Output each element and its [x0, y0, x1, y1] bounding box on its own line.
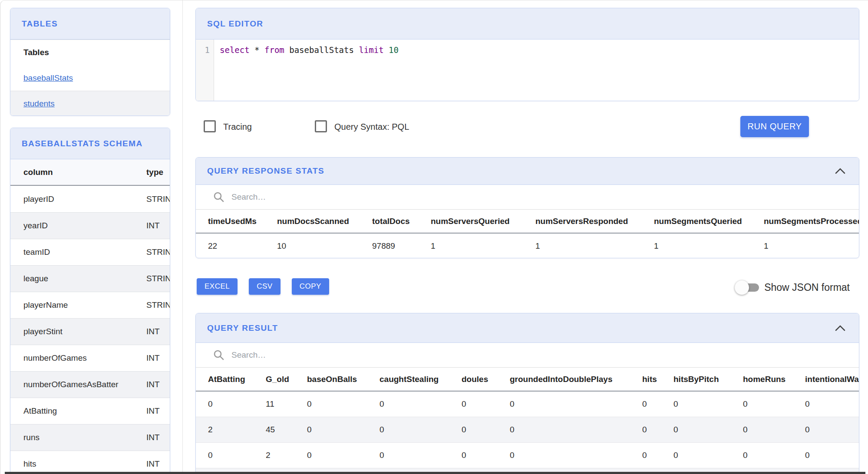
- table-cell: 0: [673, 391, 743, 417]
- schema-panel-title: BASEBALLSTATS SCHEMA: [22, 139, 143, 148]
- table-row: 2210978891111: [196, 233, 859, 258]
- table-cell: 1: [431, 233, 535, 258]
- column-header[interactable]: baseOnBalls: [307, 368, 380, 391]
- table-cell: 97889: [372, 233, 431, 258]
- table-cell: 0: [462, 417, 510, 442]
- column-header[interactable]: numServersResponded: [535, 210, 654, 233]
- column-header[interactable]: AtBatting: [196, 368, 266, 391]
- schema-column-type: INT: [146, 327, 160, 336]
- table-cell: 0: [462, 442, 510, 468]
- table-cell: 0: [743, 417, 805, 442]
- column-header[interactable]: numServersQueried: [431, 210, 535, 233]
- sql-editor[interactable]: 1 select * from baseballStats limit 10: [196, 40, 859, 101]
- table-cell: 0: [380, 442, 462, 468]
- result-search-row: [196, 343, 859, 368]
- stats-table: timeUsedMsnumDocsScannedtotalDocsnumServ…: [196, 210, 859, 258]
- schema-column-type: STRING: [146, 274, 170, 283]
- schema-row: playerStintINT: [10, 318, 170, 345]
- sql-token: limit: [359, 45, 383, 55]
- export-bar: EXCELCSVCOPY Show JSON format: [197, 278, 859, 299]
- json-format-toggle[interactable]: [736, 279, 758, 296]
- schema-row: playerIDSTRING: [10, 186, 170, 212]
- schema-row: hitsINT: [10, 451, 170, 474]
- schema-row: leagueSTRING: [10, 265, 170, 292]
- column-header[interactable]: homeRuns: [743, 368, 805, 391]
- sql-editor-panel: SQL EDITOR 1 select * from baseballStats…: [195, 8, 859, 101]
- column-header[interactable]: hits: [642, 368, 673, 391]
- table-cell: 0: [642, 417, 673, 442]
- search-icon: [213, 191, 224, 203]
- table-cell: 0: [673, 442, 743, 468]
- stats-panel-header: QUERY RESPONSE STATS: [196, 158, 859, 185]
- table-row: 24500000000: [196, 417, 859, 442]
- stats-search-input[interactable]: [231, 192, 492, 202]
- run-query-button[interactable]: RUN QUERY: [740, 116, 809, 137]
- table-link[interactable]: baseballStats: [23, 73, 73, 83]
- window-bottom-edge: [5, 472, 865, 474]
- excel-export-button[interactable]: EXCEL: [197, 278, 238, 295]
- schema-column-type: INT: [146, 406, 160, 416]
- schema-column-type: STRING: [146, 300, 170, 310]
- schema-rows: playerIDSTRINGyearIDINTteamIDSTRINGleagu…: [10, 186, 170, 474]
- column-header[interactable]: numSegmentsQueried: [654, 210, 764, 233]
- schema-column-type: INT: [146, 221, 160, 230]
- tables-panel-title: TABLES: [22, 19, 58, 29]
- tables-list-header-row: Tables: [10, 40, 170, 65]
- sql-token: [384, 45, 389, 55]
- column-header[interactable]: doules: [462, 368, 510, 391]
- schema-column-type: STRING: [146, 247, 170, 257]
- sql-token: baseballStats: [289, 45, 354, 55]
- column-header[interactable]: timeUsedMs: [196, 210, 277, 233]
- table-cell: 0: [805, 391, 859, 417]
- tables-list: baseballStatsstudents: [10, 65, 170, 116]
- table-cell: 0: [805, 442, 859, 468]
- table-cell: 10: [277, 233, 372, 258]
- schema-column-type: STRING: [146, 194, 170, 204]
- sql-query-text[interactable]: select * from baseballStats limit 10: [214, 40, 399, 101]
- result-panel-title: QUERY RESULT: [207, 323, 278, 333]
- result-panel-header: QUERY RESULT: [196, 313, 859, 343]
- collapse-chevron-icon[interactable]: [833, 322, 848, 334]
- toggle-thumb: [735, 280, 749, 295]
- column-header[interactable]: numDocsScanned: [277, 210, 372, 233]
- table-cell: 0: [462, 391, 510, 417]
- tracing-checkbox[interactable]: [204, 120, 216, 132]
- schema-column-name: playerStint: [23, 327, 146, 336]
- pql-syntax-checkbox[interactable]: [315, 120, 327, 132]
- table-cell: 0: [307, 417, 380, 442]
- sidebar-divider: [182, 0, 183, 474]
- result-search-input[interactable]: [231, 350, 492, 360]
- column-header[interactable]: numSegmentsProcessed: [764, 210, 859, 233]
- table-link[interactable]: students: [23, 99, 55, 109]
- column-header[interactable]: groundedIntoDoublePlays: [510, 368, 642, 391]
- collapse-chevron-icon[interactable]: [833, 165, 848, 177]
- stats-search-row: [196, 185, 859, 210]
- schema-row: runsINT: [10, 424, 170, 451]
- table-cell: 0: [673, 417, 743, 442]
- table-row: 0200000000: [196, 442, 859, 468]
- table-cell: 1: [764, 233, 859, 258]
- column-header[interactable]: caughtStealing: [380, 368, 462, 391]
- tables-panel-header: TABLES: [10, 8, 170, 40]
- sql-token: [354, 45, 359, 55]
- column-header[interactable]: hitsByPitch: [673, 368, 743, 391]
- schema-row: numberOfGamesAsBatterINT: [10, 371, 170, 398]
- csv-export-button[interactable]: CSV: [249, 278, 280, 295]
- copy-export-button[interactable]: COPY: [292, 278, 329, 295]
- column-header[interactable]: intentionalWalks: [805, 368, 859, 391]
- result-table-header-row: AtBattingG_oldbaseOnBallscaughtStealingd…: [196, 368, 859, 391]
- sql-token: from: [264, 45, 284, 55]
- schema-row: numberOfGamesINT: [10, 345, 170, 371]
- schema-column-type: INT: [146, 433, 160, 442]
- table-cell: 0: [805, 417, 859, 442]
- table-cell: 0: [307, 442, 380, 468]
- column-header[interactable]: G_old: [266, 368, 307, 391]
- column-header[interactable]: totalDocs: [372, 210, 431, 233]
- result-table: AtBattingG_oldbaseOnBallscaughtStealingd…: [196, 368, 859, 468]
- query-controls: Tracing Query Syntax: PQL RUN QUERY: [195, 114, 859, 138]
- table-cell: 45: [266, 417, 307, 442]
- table-cell: 0: [743, 442, 805, 468]
- table-cell: 11: [266, 391, 307, 417]
- query-response-stats-panel: QUERY RESPONSE STATS timeUsedMsnumDocsSc…: [195, 157, 859, 258]
- schema-column-type: INT: [146, 459, 160, 469]
